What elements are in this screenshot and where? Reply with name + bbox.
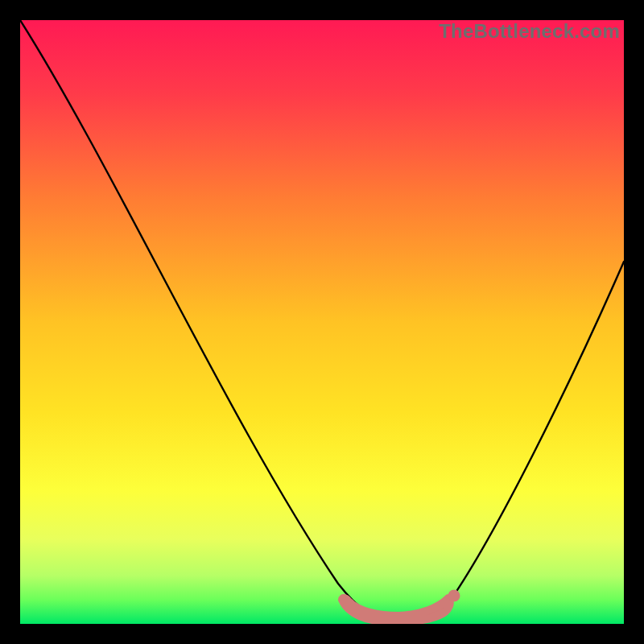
plot-area: TheBottleneck.com	[20, 20, 624, 624]
watermark-text: TheBottleneck.com	[439, 20, 620, 43]
chart-stage: TheBottleneck.com	[0, 0, 644, 644]
optimal-zone-end-dot	[448, 590, 460, 602]
chart-svg	[20, 20, 624, 624]
gradient-background	[20, 20, 624, 624]
